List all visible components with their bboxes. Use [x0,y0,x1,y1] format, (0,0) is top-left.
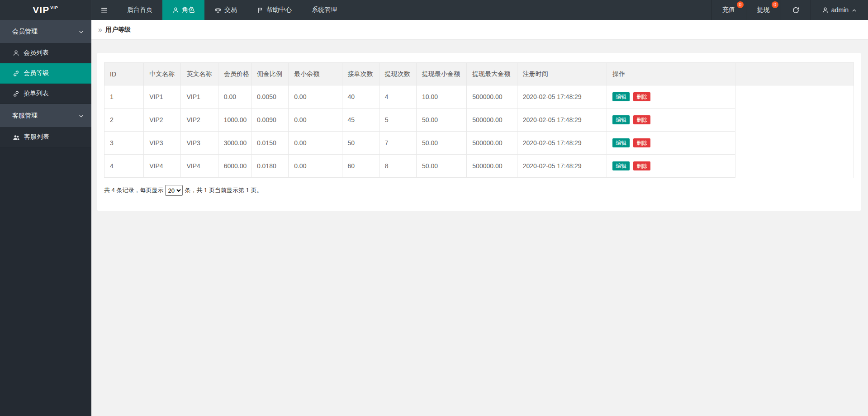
column-header: 操作 [607,63,735,85]
table-cell: 1 [104,85,144,109]
table-cell: 0.00 [289,155,342,178]
edit-button[interactable]: 编辑 [612,138,630,147]
edit-button[interactable]: 编辑 [612,161,630,170]
sidebar-item-label: 客服列表 [24,133,49,141]
page-size-select[interactable]: 20 [165,185,183,196]
table-cell: VIP2 [181,109,218,132]
nav-item-3[interactable]: 帮助中心 [247,0,302,20]
chevron-down-icon [78,28,84,35]
actions-cell: 编辑删除 [607,155,735,178]
page-title: 用户等级 [105,26,131,34]
delete-button[interactable]: 删除 [633,161,650,170]
table-cell: 0.0150 [251,132,288,155]
nav-item-0[interactable]: 后台首页 [117,0,162,20]
breadcrumb: » 用户等级 [91,20,868,40]
sidebar-group-0[interactable]: 会员管理 [0,20,91,43]
nav-item-1[interactable]: 角色 [162,0,204,20]
delete-button[interactable]: 删除 [633,115,650,124]
menu-toggle-button[interactable] [91,0,117,20]
refresh-button[interactable] [781,0,811,20]
sidebar-group-label: 会员管理 [12,28,38,36]
edit-button[interactable]: 编辑 [612,115,630,124]
app-logo: VIP VIP [0,0,91,20]
table-cell: 10.00 [416,85,466,109]
table-cell: 500000.00 [467,155,517,178]
pagination-prefix: 共 4 条记录，每页显示 [104,186,163,194]
user-level-table: ID中文名称英文名称会员价格佣金比例最小余额接单次数提现次数提现最小金额提现最大… [104,62,854,178]
nav-item-4[interactable]: 系统管理 [302,0,347,20]
topbar-right: 充值 0 提现 0 admin [711,0,868,20]
sidebar-item-label: 会员列表 [24,49,49,57]
pagination: 共 4 条记录，每页显示 20 条，共 1 页当前显示第 1 页。 [104,185,854,196]
breadcrumb-separator-icon: » [98,26,102,34]
topbar: VIP VIP 后台首页角色交易帮助中心系统管理 充值 0 提现 0 admin [0,0,868,20]
nav-item-label: 交易 [224,6,237,14]
delete-button[interactable]: 删除 [633,138,650,147]
sidebar-group-1[interactable]: 客服管理 [0,104,91,127]
sidebar-item-label: 会员等级 [24,69,49,77]
column-header: 最小余额 [289,63,342,85]
main-nav: 后台首页角色交易帮助中心系统管理 [117,0,347,20]
column-header: 佣金比例 [251,63,288,85]
column-header: 英文名称 [181,63,218,85]
column-header: 提现最小金额 [416,63,466,85]
table-cell: 45 [342,109,379,132]
sidebar-item-会员列表[interactable]: 会员列表 [0,43,91,63]
column-header: 注册时间 [517,63,607,85]
table-cell: 60 [342,155,379,178]
sidebar-item-客服列表[interactable]: 客服列表 [0,127,91,147]
table-cell: VIP3 [144,132,181,155]
column-header: 提现最大金额 [467,63,517,85]
recharge-label: 充值 [722,6,735,14]
sidebar-item-会员等级[interactable]: 会员等级 [0,63,91,84]
table-cell: 3 [104,132,144,155]
edit-button[interactable]: 编辑 [612,92,630,101]
link-icon [13,70,19,77]
table-cell: 2020-02-05 17:48:29 [517,132,607,155]
delete-button[interactable]: 删除 [633,92,650,101]
table-cell: 5 [379,109,416,132]
nav-item-label: 系统管理 [312,6,337,14]
table-cell: 50.00 [416,155,466,178]
recharge-button[interactable]: 充值 0 [711,0,746,20]
table-cell: 0.00 [289,132,342,155]
column-header: 提现次数 [379,63,416,85]
table-cell: 0.00 [218,85,251,109]
sidebar-item-抢单列表[interactable]: 抢单列表 [0,84,91,104]
table-cell: 8 [379,155,416,178]
nav-item-label: 角色 [182,6,194,14]
user-menu[interactable]: admin [811,0,868,20]
table-cell: VIP4 [144,155,181,178]
table-cell: 500000.00 [467,132,517,155]
scales-icon [214,6,222,14]
table-card: ID中文名称英文名称会员价格佣金比例最小余额接单次数提现次数提现最小金额提现最大… [97,53,861,211]
table-cell: 500000.00 [467,109,517,132]
table-cell: 500000.00 [467,85,517,109]
table-cell: 2020-02-05 17:48:29 [517,109,607,132]
person-icon [13,49,19,57]
table-cell: 4 [104,155,144,178]
flag-icon [257,6,264,14]
table-cell: 4 [379,85,416,109]
table-cell: 40 [342,85,379,109]
logo-sup-text: VIP [50,5,58,10]
table-cell: VIP4 [181,155,218,178]
column-header: ID [104,63,144,85]
table-cell: VIP3 [181,132,218,155]
table-cell: VIP1 [144,85,181,109]
table-cell: 0.0180 [251,155,288,178]
table-cell: 6000.00 [218,155,251,178]
table-cell: 0.00 [289,85,342,109]
table-header-row: ID中文名称英文名称会员价格佣金比例最小余额接单次数提现次数提现最小金额提现最大… [104,63,854,85]
withdraw-button[interactable]: 提现 0 [746,0,781,20]
username-label: admin [831,6,849,14]
column-header: 中文名称 [144,63,181,85]
chevron-down-icon [78,112,84,119]
table-filler-cell [735,85,854,178]
table-cell: 3000.00 [218,132,251,155]
link-icon [13,90,19,98]
nav-item-2[interactable]: 交易 [204,0,247,20]
pagination-suffix: 条，共 1 页当前显示第 1 页。 [185,186,262,194]
nav-item-label: 帮助中心 [266,6,292,14]
table-cell: 2020-02-05 17:48:29 [517,85,607,109]
